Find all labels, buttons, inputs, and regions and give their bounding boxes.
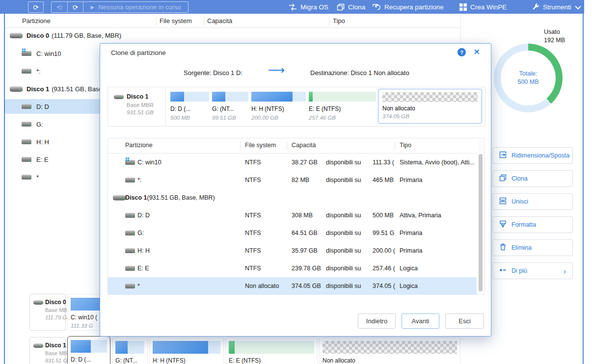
filesystem: NTFS — [245, 159, 261, 166]
redo-button[interactable]: ⟳ — [68, 2, 83, 12]
column-header-filesystem: File system — [160, 17, 192, 25]
next-button[interactable]: Avanti — [402, 313, 439, 329]
disk-icon — [10, 33, 23, 38]
exit-button[interactable]: Esci — [445, 313, 484, 329]
partition-size: 500 MB — [170, 115, 209, 121]
partition-label: G: — [36, 121, 43, 128]
clone-partition-dialog: Clone di partizione ? ✕ Sorgente: Disco … — [100, 43, 491, 337]
more-button[interactable]: Di più › — [492, 262, 573, 279]
window-border-right — [583, 14, 584, 364]
menu-label: Clona — [348, 3, 365, 11]
partition-usage-bar — [309, 92, 376, 102]
disk-detail: (111.79 GB, Base, MBR) — [52, 32, 121, 39]
menu-recover-partition[interactable]: Recupera partizione — [372, 0, 444, 14]
column-header-tipo: Tipo — [333, 17, 345, 25]
disk-icon — [113, 195, 126, 201]
bottom-disk1-partition-g[interactable]: G: (NT... — [112, 337, 148, 364]
clone-button[interactable]: Clona — [492, 170, 573, 187]
strip-partition-g[interactable]: G: (NT... 99.51 GB — [212, 92, 248, 121]
filesystem: NTFS — [245, 177, 261, 183]
partition-label: G: (NT... — [212, 105, 248, 112]
bottom-disk1-unallocated[interactable]: Non allocato — [319, 337, 460, 364]
table-row-c[interactable]: C: win10 NTFS 38.27 GB disponibili su 11… — [108, 154, 484, 171]
table-row-d[interactable]: D: D NTFS 308 MB disponibili su 500 MB A… — [108, 207, 484, 224]
menu-tools[interactable]: Strumenti — [532, 0, 580, 14]
dialog-partition-table: Partizione File system Capacità Tipo C: … — [108, 138, 484, 295]
table-row-e[interactable]: E: E NTFS 239.78 GB disponibili su 257.4… — [108, 260, 484, 277]
bottom-disk1-partition-e[interactable]: E: E (NTFS) — [225, 337, 318, 364]
capacity-total: 465 MB — [373, 177, 394, 183]
back-button[interactable]: Indietro — [358, 313, 396, 329]
resize-move-button[interactable]: Ridimensiona/Sposta — [492, 147, 573, 164]
partition-usage-bar — [212, 92, 248, 102]
merge-button[interactable]: Unisci — [492, 193, 573, 210]
partition-label: D: D (... — [71, 356, 107, 363]
operation-status-label: Nessuna operazione in corso — [98, 3, 181, 11]
disk-name: Disco 0 — [27, 32, 49, 39]
capacity-text: disponibili su — [326, 230, 361, 236]
disk-icon — [33, 300, 43, 305]
tree-row-disk0[interactable]: Disco 0(111.79 GB, Base, MBR) — [5, 28, 465, 43]
menu-create-winpe[interactable]: Crea WinPE — [459, 0, 507, 14]
close-icon[interactable]: ✕ — [474, 48, 480, 56]
capacity-used: 38.27 GB — [292, 159, 318, 166]
capacity-used: 64.51 GB — [292, 230, 318, 236]
windows-partition-icon — [125, 160, 135, 165]
partition-label: C: win10 — [36, 50, 61, 57]
strip-partition-h[interactable]: H: H (NTFS) 200.00 GB — [251, 92, 306, 121]
action-label: Formatta — [511, 221, 536, 228]
partition-icon — [22, 122, 31, 127]
arrow-right-icon: ⟶ — [268, 63, 285, 77]
table-row-h[interactable]: H: H NTFS 35.97 GB disponibili su 200.00… — [108, 242, 484, 260]
partition-type: Primaria — [400, 230, 477, 236]
operation-group: ⟲ ⟳ ▶ Nessuna operazione in corso — [51, 1, 188, 13]
strip-partition-d[interactable]: D: D (... 500 MB — [170, 92, 209, 121]
bottom-disk1-partition-d-selected[interactable]: D: D (... — [67, 336, 110, 364]
play-icon: ▶ — [90, 4, 94, 10]
bottom-disk1-partition-h[interactable]: H: H (NTFS) — [149, 337, 224, 364]
partition-icon — [22, 175, 31, 180]
partition-usage-bar — [153, 341, 220, 354]
table-row-g[interactable]: G: NTFS 64.51 GB disponibili su 99.51 G … — [108, 224, 484, 242]
partition-type: Primaria — [400, 177, 477, 183]
partition-size: 200.00 GB — [251, 115, 306, 121]
partition-label: D: D — [36, 103, 49, 110]
chevron-down-icon — [575, 3, 581, 9]
table-row-disk1[interactable]: Disco 1 (931.51 GB, Base, MBR) — [108, 189, 484, 207]
strip-unallocated-selected[interactable]: Non allocato 374.05 GB — [378, 89, 482, 124]
table-row-unallocated-selected[interactable]: * Non allocato 374.05 GB disponibili su … — [108, 277, 484, 295]
undo-icon: ⟲ — [56, 3, 62, 11]
menu-clone[interactable]: Clona — [337, 0, 365, 14]
undo-button[interactable]: ⟲ — [52, 2, 67, 12]
scrollbar-thumb[interactable] — [479, 154, 483, 291]
strip-partition-e[interactable]: E: E (NTFS) 257.46 GB — [309, 92, 376, 121]
filesystem: NTFS — [245, 265, 261, 272]
disk-size: 931.51 GB — [45, 358, 65, 364]
bottom-disk0-card[interactable]: Disco 0 Base MBR 111.79 GB — [29, 294, 66, 331]
bottom-disk1-card[interactable]: Disco 1 Base MBR 931.51 GB — [29, 337, 66, 364]
partition-icon — [125, 178, 135, 182]
refresh-button[interactable]: ⟳ — [28, 1, 44, 13]
partition-label: E: E — [137, 265, 149, 272]
help-icon[interactable]: ? — [457, 48, 466, 56]
format-button[interactable]: Formatta — [492, 216, 573, 233]
usage-donut-chart: Totale: 500 MB — [494, 44, 563, 112]
menu-migrate-os[interactable]: Migra OS — [289, 0, 328, 14]
capacity-total: 99.51 G — [373, 230, 394, 236]
action-label: Clona — [511, 175, 528, 182]
disk-type: Base MBR — [127, 102, 165, 108]
partition-type: Sistema, Avvio (boot), Atti... — [400, 159, 477, 166]
capacity-used: 82 MB — [292, 177, 309, 183]
partition-label: * — [36, 174, 39, 181]
delete-button[interactable]: Elimina — [492, 239, 573, 256]
menu-label: Strumenti — [543, 3, 571, 11]
table-row-star1[interactable]: *: NTFS 82 MB disponibili su 465 MB Prim… — [108, 171, 484, 189]
capacity-text: disponibili su — [326, 159, 361, 166]
partition-icon — [22, 157, 31, 162]
filesystem: NTFS — [245, 230, 261, 236]
partition-usage-bar — [115, 341, 144, 354]
filesystem: NTFS — [245, 212, 261, 219]
capacity-total: 200.00 ( — [373, 247, 395, 254]
create-winpe-icon — [459, 3, 467, 11]
capacity-total: 374.05 ( — [373, 283, 395, 289]
